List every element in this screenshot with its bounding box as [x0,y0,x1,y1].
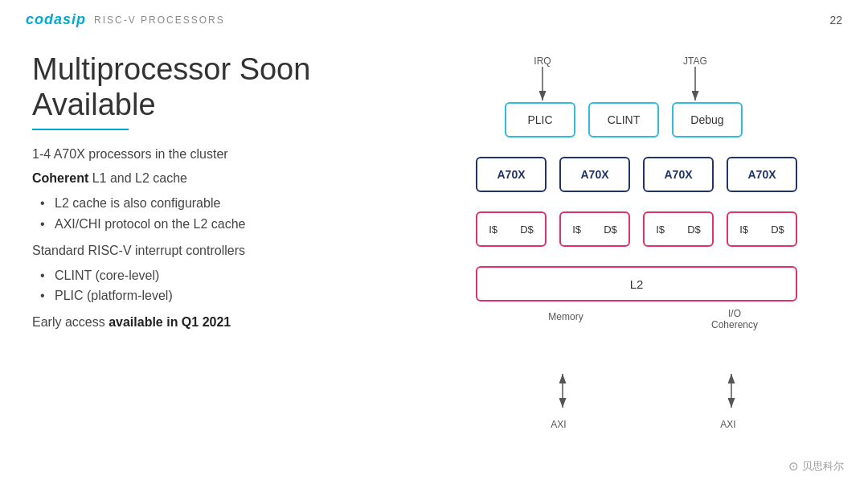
jtag-label: JTAG [674,55,717,67]
is1-label: I$ [489,223,497,236]
is3-label: I$ [656,223,665,236]
coherent-text: Coherent L1 and L2 cache [32,169,426,188]
interrupt-bullets: CLINT (core-level) PLIC (platform-level) [40,265,426,306]
slide-title: Multiprocessor Soon Available [32,52,426,122]
bullet-axi-chi: AXI/CHI protocol on the L2 cache [40,214,426,235]
main-content: Multiprocessor Soon Available 1-4 A70X p… [0,28,868,446]
diagram-container: IRQ JTAG PLIC CLINT Debug A70X A70X A70X… [458,52,812,430]
memory-label: Memory [542,311,590,322]
logo-subtitle: RISC-V PROCESSORS [94,14,225,26]
early-access-text: Early access available in Q1 2021 [32,313,426,332]
a70x-3-box: A70X [643,157,714,192]
title-underline [32,129,129,130]
ds3-label: D$ [687,223,701,236]
bullet-plic: PLIC (platform-level) [40,285,426,306]
io-coherency-label: I/O Coherency [710,308,759,330]
irq-label: IRQ [522,55,563,67]
watermark: ⊙ 贝思科尔 [788,459,844,474]
ds1-label: D$ [520,223,534,236]
axi-right-label: AXI [712,419,744,430]
intro-text: 1-4 A70X processors in the cluster [32,145,426,164]
watermark-icon: ⊙ [788,459,799,474]
logo-area: codasip RISC-V PROCESSORS [26,11,225,28]
plic-box: PLIC [505,102,575,137]
a70x-2-box: A70X [559,157,630,192]
ds2-label: D$ [604,223,617,236]
logo-codasip: codasip [26,11,86,28]
watermark-text: 贝思科尔 [802,459,844,474]
ds4-label: D$ [771,223,784,236]
is2-label: I$ [572,223,581,236]
clint-box: CLINT [588,102,659,137]
a70x-4-box: A70X [727,157,797,192]
bullet-l2-config: L2 cache is also configurable [40,193,426,214]
left-panel: Multiprocessor Soon Available 1-4 A70X p… [32,44,426,430]
interrupt-text: Standard RISC-V interrupt controllers [32,241,426,260]
axi-left-label: AXI [542,419,575,430]
header: codasip RISC-V PROCESSORS 22 [0,0,868,28]
bullet-clint: CLINT (core-level) [40,265,426,286]
right-panel: IRQ JTAG PLIC CLINT Debug A70X A70X A70X… [458,44,836,430]
cache-bullets: L2 cache is also configurable AXI/CHI pr… [40,193,426,234]
page-number: 22 [829,14,842,27]
l2-box: L2 [476,266,797,301]
is4-label: I$ [739,223,748,236]
a70x-1-box: A70X [476,157,547,192]
debug-box: Debug [672,102,743,137]
